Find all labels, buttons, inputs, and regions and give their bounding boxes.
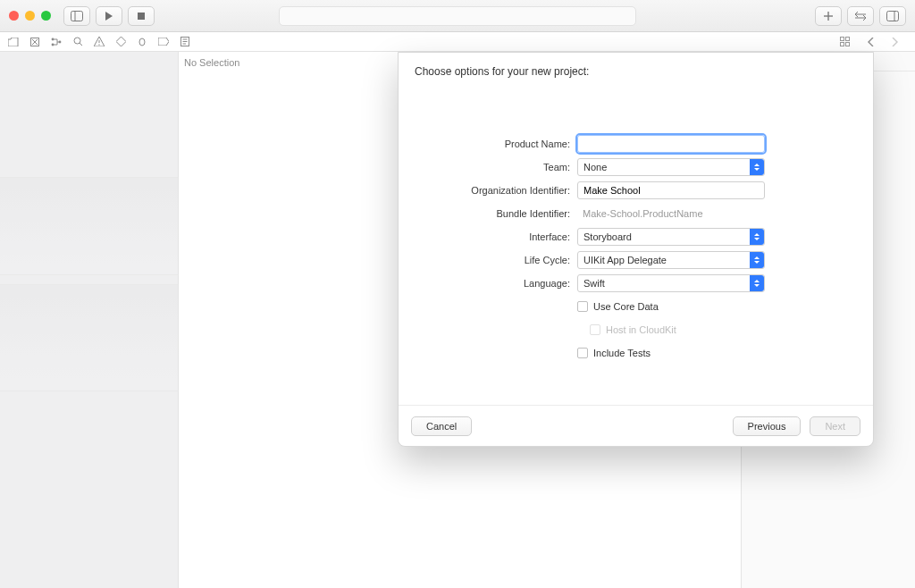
navigator-panel (0, 52, 179, 588)
cancel-button[interactable]: Cancel (411, 416, 472, 436)
previous-button[interactable]: Previous (733, 416, 802, 436)
project-navigator-icon[interactable] (7, 36, 20, 48)
org-id-field[interactable] (577, 181, 765, 199)
svg-point-20 (139, 38, 145, 46)
editor-area: No Selection Choose options for your new… (179, 52, 741, 588)
source-control-icon[interactable] (29, 36, 41, 48)
next-button: Next (810, 416, 860, 436)
stop-button[interactable] (128, 6, 155, 26)
svg-rect-29 (846, 42, 850, 46)
svg-rect-6 (887, 11, 899, 21)
popup-arrows-icon (750, 252, 764, 268)
symbol-navigator-icon[interactable] (50, 36, 63, 48)
sheet-footer: Cancel Previous Next (399, 405, 873, 446)
svg-rect-27 (841, 42, 844, 46)
use-core-data-checkbox[interactable]: Use Core Data (577, 301, 765, 312)
life-cycle-label: Life Cycle: (415, 255, 577, 265)
find-navigator-icon[interactable] (71, 36, 84, 48)
svg-rect-3 (138, 13, 145, 20)
minimize-window-button[interactable] (25, 11, 35, 21)
zoom-window-button[interactable] (41, 11, 51, 21)
org-id-label: Organization Identifier: (415, 185, 577, 196)
svg-rect-0 (71, 11, 83, 21)
back-button[interactable] (840, 36, 852, 48)
test-navigator-icon[interactable] (114, 36, 127, 48)
sheet-title: Choose options for your new project: (415, 65, 857, 78)
run-button[interactable] (96, 6, 122, 26)
svg-line-15 (80, 43, 82, 46)
svg-rect-28 (846, 37, 850, 40)
window-titlebar (0, 0, 915, 32)
activity-viewer (279, 6, 636, 26)
svg-marker-19 (116, 37, 126, 46)
product-name-label: Product Name: (415, 139, 577, 149)
debug-navigator-icon[interactable] (136, 36, 148, 48)
new-project-options-sheet: Choose options for your new project: Pro… (398, 52, 874, 447)
breakpoint-navigator-icon[interactable] (157, 36, 170, 48)
svg-point-11 (52, 38, 55, 40)
bundle-id-value: Make-School.ProductName (577, 205, 765, 223)
include-tests-checkbox[interactable]: Include Tests (577, 348, 765, 358)
language-popup[interactable]: Swift (577, 274, 765, 292)
report-navigator-icon[interactable] (179, 36, 191, 48)
popup-arrows-icon (750, 159, 764, 175)
interface-popup[interactable]: Storyboard (577, 228, 765, 246)
host-cloudkit-checkbox: Host in CloudKit (577, 324, 765, 335)
svg-point-18 (98, 44, 99, 45)
svg-point-14 (74, 38, 80, 44)
traffic-lights (9, 11, 51, 21)
library-button[interactable] (847, 6, 874, 26)
close-window-button[interactable] (9, 11, 19, 21)
issue-navigator-icon[interactable] (93, 36, 105, 48)
svg-point-13 (59, 40, 62, 43)
popup-arrows-icon (750, 275, 764, 291)
add-button[interactable] (815, 6, 842, 26)
navigator-tab-bar (0, 32, 915, 52)
toggle-inspector-button[interactable] (879, 6, 906, 26)
product-name-field[interactable] (577, 135, 765, 153)
chevron-right-icon[interactable] (888, 36, 901, 48)
svg-point-12 (52, 43, 55, 46)
bundle-id-label: Bundle Identifier: (415, 208, 577, 219)
toggle-navigator-button[interactable] (63, 6, 90, 26)
svg-rect-26 (841, 37, 844, 40)
popup-arrows-icon (750, 229, 764, 245)
team-label: Team: (415, 162, 577, 172)
main-area: No Selection Choose options for your new… (0, 52, 915, 588)
svg-marker-21 (158, 38, 169, 46)
svg-marker-2 (105, 12, 113, 21)
chevron-left-icon[interactable] (865, 36, 877, 48)
interface-label: Interface: (415, 231, 577, 242)
language-label: Language: (415, 278, 577, 289)
life-cycle-popup[interactable]: UIKit App Delegate (577, 251, 765, 269)
team-popup[interactable]: None (577, 158, 765, 176)
